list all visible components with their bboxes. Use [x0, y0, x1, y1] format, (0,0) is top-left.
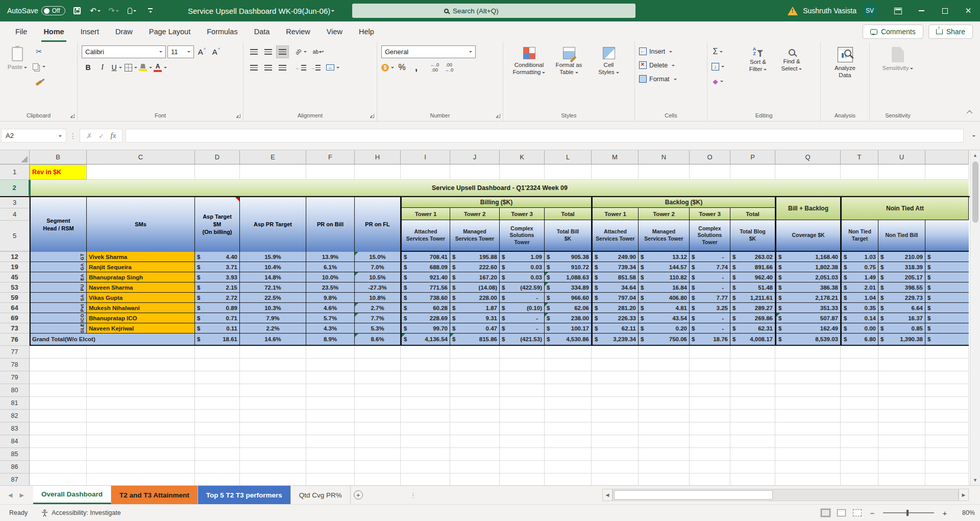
cell-M82[interactable]	[592, 410, 639, 422]
cell-N80[interactable]	[639, 384, 690, 397]
cell-D45[interactable]: $3.93	[195, 272, 240, 282]
cell-M59[interactable]: $797.04	[592, 293, 639, 303]
cell-T81[interactable]	[841, 397, 878, 410]
cell-U87[interactable]	[878, 473, 925, 485]
zoom-level[interactable]: 80%	[955, 509, 975, 516]
cell-U64[interactable]: $6.64	[878, 303, 925, 313]
cell-O12[interactable]: $-	[690, 252, 730, 262]
cell-H1[interactable]	[355, 164, 401, 180]
cell-T86[interactable]	[841, 461, 878, 473]
row-header-1[interactable]: 1	[0, 164, 30, 180]
cell-O87[interactable]	[690, 473, 730, 485]
cell-V81[interactable]	[925, 397, 969, 410]
header-pr-on-fl[interactable]: PR on FL	[355, 197, 401, 253]
clipboard-dialog-launcher[interactable]	[70, 114, 75, 118]
cell-V1[interactable]	[925, 164, 969, 180]
document-title[interactable]: Service Upsell Dashboard WK-09(Jun-06)	[188, 0, 334, 21]
cell-J79[interactable]	[450, 371, 500, 384]
column-header-O[interactable]: O	[690, 150, 730, 164]
sheet-tab-top-5-t2-t3-performers[interactable]: Top 5 T2 T3 performers	[198, 486, 291, 504]
cell-M53[interactable]: $34.64	[592, 282, 639, 293]
ribbon-tab-formulas[interactable]: Formulas	[199, 21, 246, 42]
cell-D81[interactable]	[195, 397, 240, 410]
cell-U84[interactable]	[878, 435, 925, 448]
align-right-button[interactable]	[276, 61, 289, 74]
cell-P19[interactable]: $891.66	[730, 262, 775, 272]
cell-U80[interactable]	[878, 384, 925, 397]
cell-U73[interactable]: $0.85	[878, 323, 925, 334]
cell-E64[interactable]: 10.3%	[240, 303, 306, 313]
cell-L79[interactable]	[545, 371, 592, 384]
column-header-K[interactable]: K	[500, 150, 545, 164]
cell-F12[interactable]: 13.9%	[306, 252, 355, 262]
cell-D1[interactable]	[195, 164, 240, 180]
cell-O45[interactable]: $-	[690, 272, 730, 282]
cell-H69[interactable]: 7.7%	[355, 313, 401, 323]
column-header-M[interactable]: M	[592, 150, 639, 164]
row-header-76[interactable]: 76	[0, 334, 30, 346]
cell-O79[interactable]	[690, 371, 730, 384]
cell-L80[interactable]	[545, 384, 592, 397]
touch-mode-button[interactable]	[126, 4, 139, 17]
cell-P82[interactable]	[730, 410, 775, 422]
bold-button[interactable]: B	[82, 61, 94, 74]
cell-J77[interactable]	[450, 346, 500, 359]
cell-D73[interactable]: $0.11	[195, 323, 240, 334]
cell-E80[interactable]	[240, 384, 306, 397]
cell-H64[interactable]: 2.7%	[355, 303, 401, 313]
cell-H87[interactable]	[355, 473, 401, 485]
cell-P80[interactable]	[730, 384, 775, 397]
cell-H45[interactable]: 10.5%	[355, 272, 401, 282]
cell-C80[interactable]	[87, 384, 195, 397]
cell-B64[interactable]: Pvt	[30, 303, 87, 313]
cell-F83[interactable]	[306, 422, 355, 435]
column-header-H[interactable]: H	[355, 150, 401, 164]
fill-color-button[interactable]	[139, 61, 152, 74]
cell-P77[interactable]	[730, 346, 775, 359]
cell-D69[interactable]: $0.71	[195, 313, 240, 323]
cell-I59[interactable]: $738.60	[401, 293, 450, 303]
cell-T80[interactable]	[841, 384, 878, 397]
cell-Q83[interactable]	[775, 422, 841, 435]
cell-L45[interactable]: $1,088.63	[545, 272, 592, 282]
cell-C87[interactable]	[87, 473, 195, 485]
cell-O85[interactable]	[690, 448, 730, 461]
cell-D84[interactable]	[195, 435, 240, 448]
cell-P45[interactable]: $962.40	[730, 272, 775, 282]
cell-U19[interactable]: $318.39	[878, 262, 925, 272]
scroll-left-icon[interactable]: ◀	[602, 489, 612, 501]
cell-V19[interactable]: $	[925, 262, 969, 272]
cell-M45[interactable]: $851.58	[592, 272, 639, 282]
cell-D19[interactable]: $3.71	[195, 262, 240, 272]
fill-button[interactable]: ↓	[712, 60, 724, 73]
cell-Q45[interactable]: $2,051.03	[775, 272, 841, 282]
cell-U82[interactable]	[878, 410, 925, 422]
cell-I76[interactable]: $4,136.54	[401, 334, 450, 346]
row-header-73[interactable]: 73	[0, 323, 30, 334]
cell-I83[interactable]	[401, 422, 450, 435]
cell-T19[interactable]: $0.75	[841, 262, 878, 272]
row-header-84[interactable]: 84	[0, 435, 30, 448]
row-header-45[interactable]: 45	[0, 272, 30, 282]
cell-U76[interactable]: $1,390.38	[878, 334, 925, 346]
cell-E53[interactable]: 72.1%	[240, 282, 306, 293]
zoom-in-button[interactable]: +	[941, 509, 948, 517]
column-header-partial[interactable]	[925, 150, 969, 164]
cell-O76[interactable]: $18.76	[690, 334, 730, 346]
row-header-64[interactable]: 64	[0, 303, 30, 313]
cell-N69[interactable]: $43.54	[639, 313, 690, 323]
customize-qat-button[interactable]	[144, 4, 157, 17]
cell-L86[interactable]	[545, 461, 592, 473]
cell-F73[interactable]: 4.3%	[306, 323, 355, 334]
column-header-T[interactable]: T	[841, 150, 878, 164]
cell-O77[interactable]	[690, 346, 730, 359]
cell-N79[interactable]	[639, 371, 690, 384]
cell-E69[interactable]: 7.9%	[240, 313, 306, 323]
cell-E77[interactable]	[240, 346, 306, 359]
row-header-79[interactable]: 79	[0, 371, 30, 384]
formula-bar-resizer[interactable]: ⋮	[69, 132, 77, 140]
cell-T45[interactable]: $1.49	[841, 272, 878, 282]
cell-F45[interactable]: 10.0%	[306, 272, 355, 282]
column-header-U[interactable]: U	[878, 150, 925, 164]
cell-O84[interactable]	[690, 435, 730, 448]
